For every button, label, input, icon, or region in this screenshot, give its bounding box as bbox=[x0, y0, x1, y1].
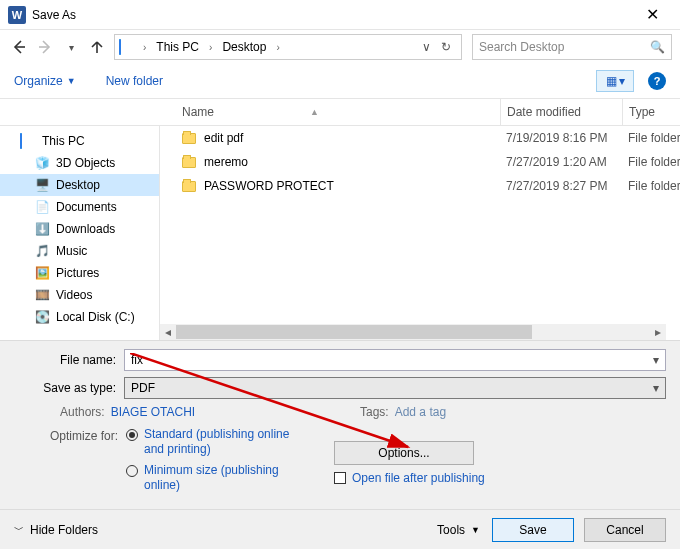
breadcrumb[interactable]: This PC bbox=[152, 38, 203, 56]
save-button[interactable]: Save bbox=[492, 518, 574, 542]
disk-icon: 💽 bbox=[34, 310, 50, 324]
scroll-right-icon[interactable]: ▸ bbox=[650, 324, 666, 340]
desktop-icon: 🖥️ bbox=[34, 178, 50, 192]
tree-node-3d-objects[interactable]: 🧊3D Objects bbox=[0, 152, 159, 174]
chevron-down-icon: ▼ bbox=[67, 76, 76, 86]
videos-icon: 🎞️ bbox=[34, 288, 50, 302]
nav-back-button[interactable] bbox=[8, 36, 30, 58]
chevron-up-icon: ﹀ bbox=[14, 523, 24, 537]
tags-input[interactable]: Add a tag bbox=[395, 405, 446, 419]
chevron-right-icon: › bbox=[276, 42, 279, 53]
breadcrumb[interactable]: Desktop bbox=[218, 38, 270, 56]
window-title: Save As bbox=[32, 8, 632, 22]
cancel-button[interactable]: Cancel bbox=[584, 518, 666, 542]
address-dropdown-icon[interactable]: ∨ bbox=[422, 40, 431, 54]
authors-label: Authors: bbox=[60, 405, 105, 419]
sort-asc-icon: ▲ bbox=[310, 107, 319, 117]
optimize-label: Optimize for: bbox=[46, 427, 126, 499]
authors-value[interactable]: BIAGE OTACHI bbox=[111, 405, 195, 419]
optimize-minimum-radio[interactable]: Minimum size (publishing online) bbox=[126, 463, 306, 493]
checkbox-icon bbox=[334, 472, 346, 484]
options-button[interactable]: Options... bbox=[334, 441, 474, 465]
chevron-right-icon: › bbox=[143, 42, 146, 53]
save-type-label: Save as type: bbox=[14, 381, 124, 395]
tree-node-desktop[interactable]: 🖥️Desktop bbox=[0, 174, 159, 196]
column-header-date[interactable]: Date modified bbox=[500, 99, 622, 125]
view-options-button[interactable]: ▦▾ bbox=[596, 70, 634, 92]
search-icon: 🔍 bbox=[650, 40, 665, 54]
folder-icon bbox=[182, 157, 196, 168]
table-row[interactable]: edit pdf 7/19/2019 8:16 PM File folder bbox=[160, 126, 680, 150]
search-input[interactable]: Search Desktop 🔍 bbox=[472, 34, 672, 60]
pc-icon bbox=[20, 134, 36, 148]
table-row[interactable]: PASSWORD PROTECT 7/27/2019 8:27 PM File … bbox=[160, 174, 680, 198]
organize-menu[interactable]: Organize ▼ bbox=[14, 74, 76, 88]
tree-node-documents[interactable]: 📄Documents bbox=[0, 196, 159, 218]
file-list: edit pdf 7/19/2019 8:16 PM File folder m… bbox=[160, 126, 680, 340]
objects-icon: 🧊 bbox=[34, 156, 50, 170]
chevron-down-icon: ▾ bbox=[619, 74, 625, 88]
pictures-icon: 🖼️ bbox=[34, 266, 50, 280]
address-bar[interactable]: › This PC › Desktop › ∨ ↻ bbox=[114, 34, 462, 60]
music-icon: 🎵 bbox=[34, 244, 50, 258]
open-after-publishing-checkbox[interactable]: Open file after publishing bbox=[334, 471, 666, 485]
scroll-left-icon[interactable]: ◂ bbox=[160, 324, 176, 340]
file-name-label: File name: bbox=[14, 353, 124, 367]
nav-forward-button[interactable] bbox=[34, 36, 56, 58]
radio-icon bbox=[126, 429, 138, 441]
folder-icon bbox=[182, 181, 196, 192]
word-app-icon: W bbox=[8, 6, 26, 24]
column-header-type[interactable]: Type bbox=[622, 99, 680, 125]
table-row[interactable]: meremo 7/27/2019 1:20 AM File folder bbox=[160, 150, 680, 174]
help-button[interactable]: ? bbox=[648, 72, 666, 90]
scrollbar-thumb[interactable] bbox=[176, 325, 532, 339]
chevron-down-icon[interactable]: ▾ bbox=[653, 353, 659, 367]
downloads-icon: ⬇️ bbox=[34, 222, 50, 236]
chevron-right-icon: › bbox=[209, 42, 212, 53]
navigation-tree: This PC 🧊3D Objects 🖥️Desktop 📄Documents… bbox=[0, 126, 160, 340]
documents-icon: 📄 bbox=[34, 200, 50, 214]
tree-node-downloads[interactable]: ⬇️Downloads bbox=[0, 218, 159, 240]
tree-node-this-pc[interactable]: This PC bbox=[0, 130, 159, 152]
tags-label: Tags: bbox=[360, 405, 389, 419]
organize-label: Organize bbox=[14, 74, 63, 88]
column-header-name[interactable]: Name ▲ bbox=[160, 105, 500, 119]
nav-up-button[interactable] bbox=[86, 36, 108, 58]
view-icon: ▦ bbox=[606, 74, 617, 88]
folder-icon bbox=[182, 133, 196, 144]
chevron-down-icon: ▾ bbox=[653, 381, 659, 395]
tools-menu[interactable]: Tools ▼ bbox=[437, 523, 480, 537]
close-button[interactable]: ✕ bbox=[632, 5, 672, 24]
tree-node-music[interactable]: 🎵Music bbox=[0, 240, 159, 262]
tree-node-videos[interactable]: 🎞️Videos bbox=[0, 284, 159, 306]
horizontal-scrollbar[interactable]: ◂ ▸ bbox=[160, 324, 666, 340]
search-placeholder: Search Desktop bbox=[479, 40, 564, 54]
tree-node-pictures[interactable]: 🖼️Pictures bbox=[0, 262, 159, 284]
refresh-button[interactable]: ↻ bbox=[435, 40, 457, 54]
new-folder-button[interactable]: New folder bbox=[106, 74, 163, 88]
tree-node-local-disk[interactable]: 💽Local Disk (C:) bbox=[0, 306, 159, 328]
radio-icon bbox=[126, 465, 138, 477]
optimize-standard-radio[interactable]: Standard (publishing online and printing… bbox=[126, 427, 306, 457]
chevron-down-icon: ▼ bbox=[471, 525, 480, 535]
nav-recent-dropdown[interactable]: ▾ bbox=[60, 36, 82, 58]
hide-folders-button[interactable]: ﹀ Hide Folders bbox=[14, 523, 98, 537]
file-name-input[interactable]: fix▾ bbox=[124, 349, 666, 371]
pc-icon bbox=[119, 40, 137, 54]
save-type-combobox[interactable]: PDF▾ bbox=[124, 377, 666, 399]
